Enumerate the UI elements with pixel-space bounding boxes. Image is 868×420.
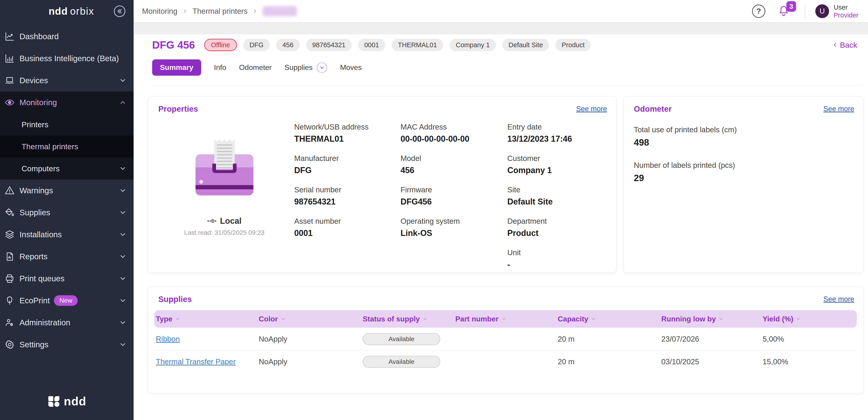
sidebar-item-devices[interactable]: Devices	[0, 69, 133, 91]
chevron-down-icon	[119, 253, 127, 261]
sidebar-collapse-button[interactable]	[114, 5, 125, 17]
sidebar-item-business-intelligence[interactable]: Business Intelligence (Beta)	[0, 48, 133, 69]
tab-summary[interactable]: Summary	[152, 59, 201, 76]
supply-status-badge: Available	[363, 333, 440, 345]
sidebar-nav: Dashboard Business Intelligence (Beta) D…	[0, 22, 133, 356]
supply-type-link[interactable]: Thermal Transfer Paper	[156, 357, 236, 366]
sidebar-item-label: Business Intelligence (Beta)	[20, 54, 119, 63]
sidebar-item-monitoring[interactable]: Monitoring	[0, 91, 133, 114]
topbar: Monitoring Thermal printers ? 3	[133, 0, 868, 22]
printer-icon	[4, 273, 15, 284]
sidebar-item-supplies[interactable]: Supplies	[0, 202, 133, 223]
breadcrumb: Monitoring Thermal printers	[142, 6, 297, 16]
breadcrumb-current-redacted	[262, 6, 297, 16]
breadcrumb-monitoring[interactable]: Monitoring	[142, 7, 177, 16]
sort-chevron-icon	[175, 316, 181, 322]
sidebar-item-print-queues[interactable]: Print queues	[0, 268, 133, 290]
column-header-type[interactable]: Type	[156, 315, 259, 323]
notifications-button[interactable]: 3	[777, 5, 790, 18]
chevron-up-icon	[119, 98, 127, 107]
laptop-icon	[4, 75, 15, 86]
app-logo: ndd orbix	[49, 5, 94, 17]
user-menu[interactable]: U User Provider	[815, 3, 858, 19]
sidebar-item-reports[interactable]: Reports	[0, 245, 133, 268]
tab-label: Summary	[160, 63, 193, 72]
sidebar-item-label: Dashboard	[20, 32, 59, 41]
summary-cards: Properties See more	[148, 96, 864, 273]
user-name: User	[834, 3, 858, 11]
sidebar-item-ecoprint[interactable]: EcoPrint New	[0, 290, 133, 311]
field-label: MAC Address	[401, 123, 507, 131]
column-label: Yield (%)	[763, 315, 793, 323]
field-label: Network/USB address	[294, 123, 401, 131]
tag-manufacturer: DFG	[243, 39, 270, 51]
column-header-status[interactable]: Status of supply	[363, 315, 455, 323]
sidebar-item-settings[interactable]: Settings	[0, 334, 133, 356]
field-value: 00-00-00-00-00-00	[401, 134, 507, 144]
last-read-timestamp: Last read: 31/05/2025 09:23	[184, 229, 265, 236]
field-customer: Customer Company 1	[507, 154, 612, 175]
supply-yield: 5,00%	[763, 335, 857, 343]
field-label: Unit	[507, 248, 612, 257]
odometer-see-more-link[interactable]: See more	[824, 105, 854, 113]
topbar-actions: ? 3 U User Provider	[752, 3, 858, 19]
column-header-color[interactable]: Color	[259, 315, 363, 323]
sidebar-item-computers[interactable]: Computers	[0, 157, 133, 180]
help-button[interactable]: ?	[752, 5, 765, 18]
sidebar-item-label: Installations	[20, 230, 62, 239]
sidebar-item-warnings[interactable]: Warnings	[0, 180, 133, 202]
field-value: Default Site	[507, 197, 612, 207]
metric-value: 498	[634, 137, 854, 148]
sort-chevron-icon	[590, 316, 596, 322]
field-label: Operating system	[401, 217, 507, 226]
supply-color: NoApply	[259, 335, 363, 343]
metric-label: Total use of printed labels (cm)	[634, 125, 854, 134]
gear-icon	[4, 339, 15, 350]
column-header-yield[interactable]: Yield (%)	[763, 315, 857, 323]
properties-title: Properties	[158, 104, 198, 114]
column-header-running-low-by[interactable]: Running low by	[661, 315, 763, 323]
column-header-capacity[interactable]: Capacity	[558, 315, 661, 323]
field-value: 0001	[294, 228, 401, 238]
tree-icon	[4, 295, 15, 306]
sidebar-item-thermal-printers[interactable]: Thermal printers	[0, 136, 133, 157]
sidebar-item-label: Printers	[22, 120, 48, 129]
user-meta: User Provider	[834, 3, 858, 19]
tab-info[interactable]: Info	[214, 63, 226, 72]
metric-value: 29	[634, 173, 854, 183]
sidebar-item-label: Settings	[20, 340, 48, 349]
supplies-see-more-link[interactable]: See more	[824, 295, 854, 303]
sort-chevron-icon	[718, 316, 724, 322]
field-manufacturer: Manufacturer DFG	[294, 154, 401, 175]
back-label: Back	[840, 40, 857, 50]
tab-odometer[interactable]: Odometer	[239, 63, 272, 72]
sidebar-item-administration[interactable]: Administration	[0, 311, 133, 334]
sidebar-item-installations[interactable]: Installations	[0, 223, 133, 245]
tabs-divider	[148, 85, 864, 86]
chevron-down-icon	[119, 77, 127, 84]
column-header-part-number[interactable]: Part number	[455, 315, 558, 323]
field-label: Customer	[507, 154, 612, 163]
tab-moves[interactable]: Moves	[340, 63, 362, 72]
sort-chevron-icon	[280, 316, 286, 322]
tab-supplies[interactable]: Supplies	[285, 62, 328, 73]
back-button[interactable]: Back	[832, 40, 857, 50]
chevron-down-icon	[119, 164, 127, 172]
printer-illustration	[192, 137, 257, 198]
chevron-down-icon	[119, 275, 127, 282]
sidebar-item-printers[interactable]: Printers	[0, 114, 133, 136]
sidebar-item-label: Monitoring	[20, 98, 57, 107]
sidebar-item-label: Warnings	[20, 186, 53, 195]
supplies-dropdown-button[interactable]	[317, 62, 327, 73]
device-header: DFG 456 Offline DFG 456 987654321 0001 T…	[152, 39, 864, 51]
field-label: Site	[507, 185, 612, 194]
breadcrumb-thermal-printers[interactable]: Thermal printers	[192, 7, 247, 16]
supply-running-low-by: 03/10/2025	[661, 357, 763, 366]
supply-type-link[interactable]: Ribbon	[156, 335, 180, 343]
properties-see-more-link[interactable]: See more	[576, 105, 607, 113]
dashboard-icon	[4, 31, 15, 42]
metric-label: Number of labels printed (pcs)	[634, 161, 854, 170]
layers-icon	[4, 229, 15, 240]
avatar: U	[815, 4, 829, 18]
sidebar-item-dashboard[interactable]: Dashboard	[0, 25, 133, 48]
